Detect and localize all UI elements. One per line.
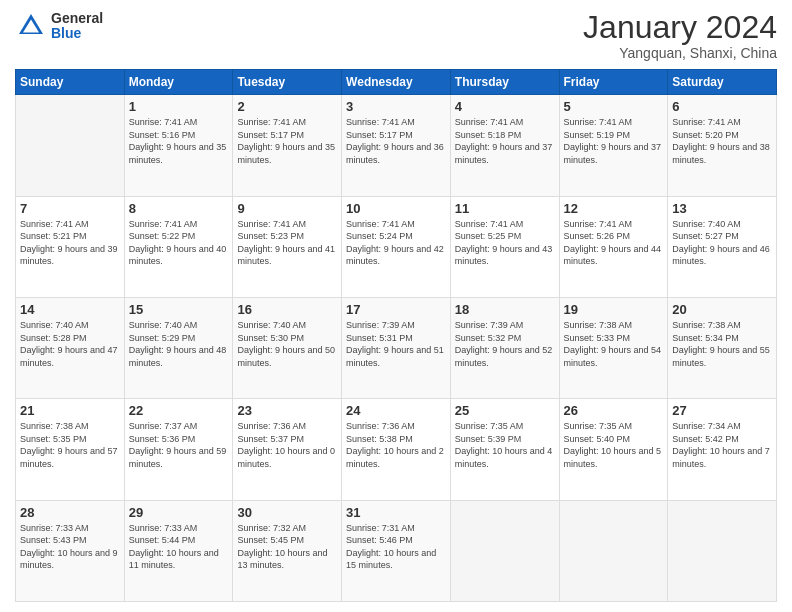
day-info: Sunrise: 7:38 AMSunset: 5:35 PMDaylight:… (20, 420, 120, 470)
day-number: 1 (129, 99, 229, 114)
day-info: Sunrise: 7:32 AMSunset: 5:45 PMDaylight:… (237, 522, 337, 572)
day-number: 4 (455, 99, 555, 114)
day-info: Sunrise: 7:41 AMSunset: 5:24 PMDaylight:… (346, 218, 446, 268)
day-number: 28 (20, 505, 120, 520)
calendar-cell: 21Sunrise: 7:38 AMSunset: 5:35 PMDayligh… (16, 399, 125, 500)
calendar-cell: 15Sunrise: 7:40 AMSunset: 5:29 PMDayligh… (124, 297, 233, 398)
calendar-cell: 27Sunrise: 7:34 AMSunset: 5:42 PMDayligh… (668, 399, 777, 500)
day-number: 6 (672, 99, 772, 114)
logo-icon (15, 10, 47, 42)
day-header-tuesday: Tuesday (233, 70, 342, 95)
week-row-3: 21Sunrise: 7:38 AMSunset: 5:35 PMDayligh… (16, 399, 777, 500)
calendar-cell: 30Sunrise: 7:32 AMSunset: 5:45 PMDayligh… (233, 500, 342, 601)
day-number: 16 (237, 302, 337, 317)
calendar-cell (668, 500, 777, 601)
day-number: 26 (564, 403, 664, 418)
calendar-cell: 3Sunrise: 7:41 AMSunset: 5:17 PMDaylight… (342, 95, 451, 196)
calendar-cell: 14Sunrise: 7:40 AMSunset: 5:28 PMDayligh… (16, 297, 125, 398)
calendar-cell: 23Sunrise: 7:36 AMSunset: 5:37 PMDayligh… (233, 399, 342, 500)
day-info: Sunrise: 7:41 AMSunset: 5:26 PMDaylight:… (564, 218, 664, 268)
day-info: Sunrise: 7:41 AMSunset: 5:17 PMDaylight:… (346, 116, 446, 166)
calendar-body: 1Sunrise: 7:41 AMSunset: 5:16 PMDaylight… (16, 95, 777, 602)
day-info: Sunrise: 7:33 AMSunset: 5:43 PMDaylight:… (20, 522, 120, 572)
logo-blue-text: Blue (51, 26, 103, 41)
days-header-row: SundayMondayTuesdayWednesdayThursdayFrid… (16, 70, 777, 95)
calendar-cell: 12Sunrise: 7:41 AMSunset: 5:26 PMDayligh… (559, 196, 668, 297)
day-number: 29 (129, 505, 229, 520)
day-number: 31 (346, 505, 446, 520)
day-number: 15 (129, 302, 229, 317)
day-info: Sunrise: 7:41 AMSunset: 5:21 PMDaylight:… (20, 218, 120, 268)
calendar-cell: 1Sunrise: 7:41 AMSunset: 5:16 PMDaylight… (124, 95, 233, 196)
day-info: Sunrise: 7:38 AMSunset: 5:34 PMDaylight:… (672, 319, 772, 369)
day-number: 30 (237, 505, 337, 520)
header: General Blue January 2024 Yangquan, Shan… (15, 10, 777, 61)
day-info: Sunrise: 7:41 AMSunset: 5:18 PMDaylight:… (455, 116, 555, 166)
day-number: 11 (455, 201, 555, 216)
day-info: Sunrise: 7:36 AMSunset: 5:37 PMDaylight:… (237, 420, 337, 470)
day-number: 8 (129, 201, 229, 216)
day-info: Sunrise: 7:41 AMSunset: 5:22 PMDaylight:… (129, 218, 229, 268)
day-number: 22 (129, 403, 229, 418)
day-info: Sunrise: 7:31 AMSunset: 5:46 PMDaylight:… (346, 522, 446, 572)
calendar-cell: 31Sunrise: 7:31 AMSunset: 5:46 PMDayligh… (342, 500, 451, 601)
main-title: January 2024 (583, 10, 777, 45)
day-info: Sunrise: 7:37 AMSunset: 5:36 PMDaylight:… (129, 420, 229, 470)
calendar-cell: 10Sunrise: 7:41 AMSunset: 5:24 PMDayligh… (342, 196, 451, 297)
calendar-cell: 13Sunrise: 7:40 AMSunset: 5:27 PMDayligh… (668, 196, 777, 297)
week-row-2: 14Sunrise: 7:40 AMSunset: 5:28 PMDayligh… (16, 297, 777, 398)
day-number: 14 (20, 302, 120, 317)
day-info: Sunrise: 7:39 AMSunset: 5:32 PMDaylight:… (455, 319, 555, 369)
day-number: 13 (672, 201, 772, 216)
week-row-4: 28Sunrise: 7:33 AMSunset: 5:43 PMDayligh… (16, 500, 777, 601)
calendar-cell: 17Sunrise: 7:39 AMSunset: 5:31 PMDayligh… (342, 297, 451, 398)
calendar-cell: 6Sunrise: 7:41 AMSunset: 5:20 PMDaylight… (668, 95, 777, 196)
day-number: 25 (455, 403, 555, 418)
calendar-cell: 24Sunrise: 7:36 AMSunset: 5:38 PMDayligh… (342, 399, 451, 500)
day-info: Sunrise: 7:40 AMSunset: 5:30 PMDaylight:… (237, 319, 337, 369)
calendar-cell: 26Sunrise: 7:35 AMSunset: 5:40 PMDayligh… (559, 399, 668, 500)
day-number: 23 (237, 403, 337, 418)
calendar-cell: 11Sunrise: 7:41 AMSunset: 5:25 PMDayligh… (450, 196, 559, 297)
calendar-cell: 29Sunrise: 7:33 AMSunset: 5:44 PMDayligh… (124, 500, 233, 601)
day-info: Sunrise: 7:41 AMSunset: 5:17 PMDaylight:… (237, 116, 337, 166)
day-number: 9 (237, 201, 337, 216)
calendar-cell (16, 95, 125, 196)
day-number: 20 (672, 302, 772, 317)
day-header-thursday: Thursday (450, 70, 559, 95)
day-number: 24 (346, 403, 446, 418)
day-number: 19 (564, 302, 664, 317)
day-info: Sunrise: 7:36 AMSunset: 5:38 PMDaylight:… (346, 420, 446, 470)
day-number: 10 (346, 201, 446, 216)
calendar-header: SundayMondayTuesdayWednesdayThursdayFrid… (16, 70, 777, 95)
day-number: 21 (20, 403, 120, 418)
day-info: Sunrise: 7:41 AMSunset: 5:20 PMDaylight:… (672, 116, 772, 166)
calendar-cell: 28Sunrise: 7:33 AMSunset: 5:43 PMDayligh… (16, 500, 125, 601)
calendar-table: SundayMondayTuesdayWednesdayThursdayFrid… (15, 69, 777, 602)
logo: General Blue (15, 10, 103, 42)
day-info: Sunrise: 7:40 AMSunset: 5:28 PMDaylight:… (20, 319, 120, 369)
day-number: 2 (237, 99, 337, 114)
day-info: Sunrise: 7:33 AMSunset: 5:44 PMDaylight:… (129, 522, 229, 572)
week-row-0: 1Sunrise: 7:41 AMSunset: 5:16 PMDaylight… (16, 95, 777, 196)
calendar-cell: 20Sunrise: 7:38 AMSunset: 5:34 PMDayligh… (668, 297, 777, 398)
subtitle: Yangquan, Shanxi, China (583, 45, 777, 61)
day-info: Sunrise: 7:41 AMSunset: 5:19 PMDaylight:… (564, 116, 664, 166)
day-number: 18 (455, 302, 555, 317)
day-info: Sunrise: 7:41 AMSunset: 5:25 PMDaylight:… (455, 218, 555, 268)
day-number: 3 (346, 99, 446, 114)
day-header-wednesday: Wednesday (342, 70, 451, 95)
day-number: 27 (672, 403, 772, 418)
day-info: Sunrise: 7:35 AMSunset: 5:40 PMDaylight:… (564, 420, 664, 470)
day-info: Sunrise: 7:38 AMSunset: 5:33 PMDaylight:… (564, 319, 664, 369)
day-info: Sunrise: 7:34 AMSunset: 5:42 PMDaylight:… (672, 420, 772, 470)
day-header-sunday: Sunday (16, 70, 125, 95)
calendar-cell: 5Sunrise: 7:41 AMSunset: 5:19 PMDaylight… (559, 95, 668, 196)
calendar-cell: 9Sunrise: 7:41 AMSunset: 5:23 PMDaylight… (233, 196, 342, 297)
calendar-cell: 8Sunrise: 7:41 AMSunset: 5:22 PMDaylight… (124, 196, 233, 297)
day-number: 12 (564, 201, 664, 216)
calendar-cell: 7Sunrise: 7:41 AMSunset: 5:21 PMDaylight… (16, 196, 125, 297)
calendar-cell (450, 500, 559, 601)
day-info: Sunrise: 7:40 AMSunset: 5:27 PMDaylight:… (672, 218, 772, 268)
title-section: January 2024 Yangquan, Shanxi, China (583, 10, 777, 61)
